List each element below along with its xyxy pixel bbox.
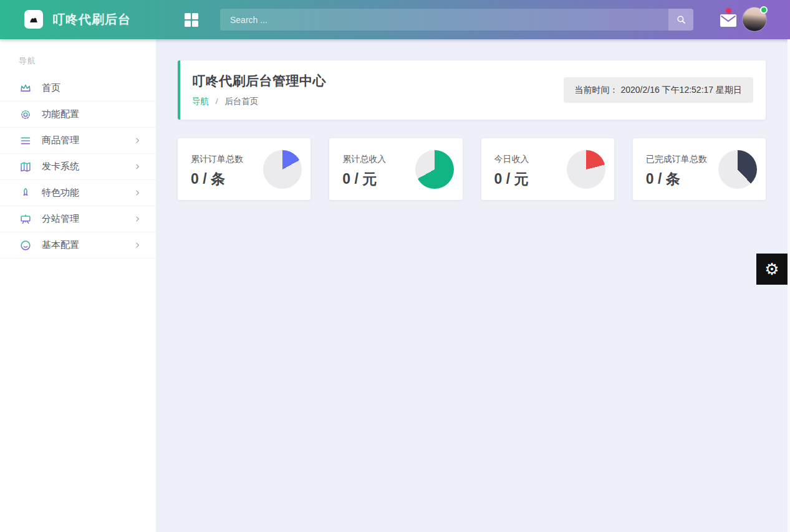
app-title: 叮咚代刷后台 (52, 0, 131, 39)
sidebar-item-label: 发卡系统 (42, 161, 133, 173)
dashboard-grid-icon[interactable] (185, 13, 198, 27)
current-time-label: 当前时间： (575, 85, 619, 95)
sidebar-item-substation-management[interactable]: 分站管理 (0, 206, 156, 232)
search-input[interactable] (220, 9, 668, 31)
search-button[interactable] (668, 9, 693, 31)
sidebar-section-label: 导航 (19, 55, 156, 67)
stat-card-completed-orders: 已完成订单总数 0 / 条 (633, 138, 766, 200)
chevron-right-icon (133, 240, 142, 250)
pie-chart (263, 150, 302, 189)
pie-chart (718, 150, 757, 189)
sidebar-item-product-management[interactable]: 商品管理 (0, 128, 156, 154)
online-status-dot (760, 6, 768, 14)
user-avatar[interactable] (743, 7, 766, 31)
chevron-right-icon (133, 188, 142, 197)
sidebar-item-card-system[interactable]: 发卡系统 (0, 154, 156, 180)
sidebar: 导航 首页 功能配置 商品管理 发卡系统 (0, 39, 156, 532)
pie-chart (415, 150, 454, 189)
chevron-right-icon (133, 136, 142, 145)
breadcrumb-root[interactable]: 导航 (192, 97, 209, 106)
sidebar-item-label: 基本配置 (42, 239, 133, 251)
stat-card-total-orders: 累计订单总数 0 / 条 (178, 138, 311, 200)
stats-row: 累计订单总数 0 / 条 累计总收入 0 / 元 今日收入 0 / 元 已完成订… (178, 138, 766, 200)
breadcrumb-separator: / (216, 97, 218, 106)
current-time-value: 2020/2/16 下午12:52:17 星期日 (620, 85, 742, 95)
rocket-icon (19, 186, 32, 200)
crown-icon (19, 82, 32, 95)
sidebar-item-label: 特色功能 (42, 187, 133, 199)
scrollbar-track[interactable] (788, 39, 790, 532)
page-header-card: 叮咚代刷后台管理中心 导航 / 后台首页 当前时间： 2020/2/16 下午1… (178, 60, 766, 120)
sidebar-item-home[interactable]: 首页 (0, 75, 156, 102)
chevron-right-icon (133, 214, 142, 224)
current-time-box: 当前时间： 2020/2/16 下午12:52:17 星期日 (564, 77, 753, 103)
settings-gear-icon: ⚙ (764, 260, 779, 278)
board-icon (19, 212, 32, 226)
notification-dot (726, 8, 731, 14)
sidebar-item-function-config[interactable]: 功能配置 (0, 102, 156, 128)
smiley-icon (19, 239, 32, 252)
messages-button[interactable] (720, 14, 736, 27)
menu-lines-icon (19, 134, 32, 148)
top-header: 叮咚代刷后台 (0, 0, 790, 39)
map-icon (19, 160, 32, 174)
mail-icon (720, 14, 736, 27)
sidebar-item-featured-functions[interactable]: 特色功能 (0, 180, 156, 206)
search-icon (676, 14, 686, 25)
search-bar (220, 9, 693, 31)
sidebar-item-label: 首页 (42, 82, 142, 94)
sidebar-item-label: 功能配置 (42, 108, 142, 120)
sidebar-item-label: 商品管理 (42, 135, 133, 146)
main-content: 叮咚代刷后台管理中心 导航 / 后台首页 当前时间： 2020/2/16 下午1… (156, 39, 790, 532)
pie-chart (567, 150, 605, 189)
logo-icon (27, 13, 40, 26)
breadcrumb-current: 后台首页 (224, 97, 258, 106)
page-title: 叮咚代刷后台管理中心 (192, 72, 326, 90)
settings-fab-button[interactable]: ⚙ (756, 254, 788, 285)
stat-card-total-income: 累计总收入 0 / 元 (329, 138, 462, 200)
sidebar-item-basic-config[interactable]: 基本配置 (0, 232, 156, 259)
chevron-right-icon (133, 162, 142, 171)
gear-icon (19, 108, 32, 121)
stat-card-today-income: 今日收入 0 / 元 (481, 138, 614, 200)
app-logo[interactable] (24, 10, 43, 29)
sidebar-item-label: 分站管理 (42, 213, 133, 225)
breadcrumb: 导航 / 后台首页 (192, 96, 258, 107)
